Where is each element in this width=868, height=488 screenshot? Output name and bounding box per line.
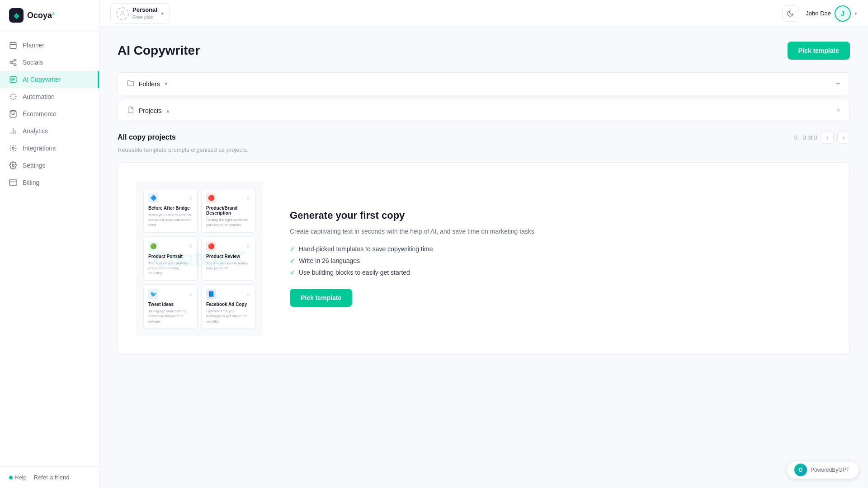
dark-mode-toggle[interactable]	[782, 5, 798, 22]
page-header: AI Copywriter Pick template	[118, 42, 850, 60]
folders-label: Folders	[139, 80, 160, 88]
workspace-chevron-icon: ▾	[161, 10, 164, 17]
empty-state-title: Generate your first copy	[290, 210, 831, 221]
sidebar-item-planner[interactable]: Planner	[0, 37, 99, 54]
svg-point-21	[122, 11, 124, 13]
pick-template-main-button[interactable]: Pick template	[290, 289, 352, 307]
preview-icon-1: 🔴	[206, 193, 216, 203]
preview-grid: 🔷 ☆ Before After Bridge When you need to…	[143, 188, 255, 329]
projects-row-left: Projects ▴	[127, 106, 170, 115]
analytics-icon	[9, 127, 17, 135]
folder-icon	[127, 80, 134, 89]
planner-icon	[9, 41, 17, 49]
sidebar-item-settings[interactable]: Settings	[0, 157, 99, 174]
chat-widget-label: PoweredByGPT	[811, 467, 849, 473]
projects-subtitle: Reusable template prompts organised as p…	[118, 146, 850, 153]
svg-rect-19	[9, 180, 17, 185]
preview-text-4: To engage your existing marketing follow…	[148, 309, 193, 324]
preview-title-2: Product Portrait	[148, 254, 193, 259]
automation-label: Automation	[23, 93, 55, 100]
preview-title-1: Product/Brand Description	[206, 206, 250, 216]
projects-section-title: All copy projects	[118, 133, 176, 141]
sidebar-item-ai-copywriter[interactable]: AI Copywriter	[0, 71, 99, 88]
help-button[interactable]: Help	[9, 474, 27, 481]
folders-add-icon[interactable]: +	[835, 79, 840, 89]
page-title: AI Copywriter	[118, 43, 200, 58]
preview-icon-5: 📘	[206, 289, 216, 299]
refer-button[interactable]: Refer a friend	[34, 474, 70, 481]
copywriter-label: AI Copywriter	[23, 76, 61, 83]
billing-icon	[9, 178, 17, 187]
chat-widget[interactable]: O PoweredByGPT	[787, 461, 859, 479]
settings-label: Settings	[23, 162, 46, 169]
folders-chevron-icon: ▾	[165, 80, 168, 87]
check-icon-1: ✓	[290, 257, 295, 264]
check-icon-0: ✓	[290, 245, 295, 253]
preview-card-5: 📘 ☆ Facebook Ad Copy Optimised for your …	[201, 284, 255, 329]
empty-state-card: ChatGPT 🔷 ☆ Before After Bridge When you…	[118, 162, 850, 355]
sidebar-item-socials[interactable]: Socials	[0, 54, 99, 71]
integrations-icon	[9, 144, 17, 152]
topbar: Personal Free plan ▾ John Doe J ▾	[99, 0, 868, 27]
svg-rect-0	[10, 42, 16, 49]
planner-label: Planner	[23, 42, 44, 49]
preview-icon-4: 🐦	[148, 289, 158, 299]
svg-line-7	[12, 63, 14, 64]
logo-icon: ◈	[9, 8, 24, 23]
pagination: 0 - 0 of 0 ‹ ›	[794, 131, 850, 144]
preview-title-4: Tweet Ideas	[148, 302, 193, 307]
sidebar-item-analytics[interactable]: Analytics	[0, 122, 99, 140]
svg-point-6	[14, 64, 16, 66]
projects-icon	[127, 106, 134, 115]
pagination-prev-button[interactable]: ‹	[821, 131, 834, 144]
check-icon-2: ✓	[290, 269, 295, 276]
socials-icon	[9, 58, 17, 66]
projects-header: All copy projects 0 - 0 of 0 ‹ ›	[118, 131, 850, 144]
empty-state-desc: Create captivating text in seconds with …	[290, 227, 831, 236]
integrations-label: Integrations	[23, 145, 56, 152]
chat-widget-icon: O	[794, 464, 807, 476]
feature-item-2: ✓ Use building blocks to easily get star…	[290, 269, 831, 276]
empty-state-content: Generate your first copy Create captivat…	[290, 210, 831, 307]
help-dot	[9, 476, 13, 479]
sidebar-nav: Planner Socials AI Copywriter Automation…	[0, 31, 99, 466]
svg-point-4	[14, 59, 16, 61]
folders-row[interactable]: Folders ▾ +	[118, 72, 850, 95]
preview-title-3: Product Review	[206, 254, 250, 259]
pagination-next-button[interactable]: ›	[837, 131, 850, 144]
user-avatar: J	[835, 5, 851, 22]
projects-row[interactable]: Projects ▴ +	[118, 99, 850, 122]
preview-title-0: Before After Bridge	[148, 206, 193, 211]
preview-icon-3: 🔴	[206, 241, 216, 251]
sidebar-item-automation[interactable]: Automation	[0, 88, 99, 105]
preview-icon-0: 🔷	[148, 193, 158, 203]
main-area: Personal Free plan ▾ John Doe J ▾ AI Cop…	[99, 0, 868, 488]
projects-add-icon[interactable]: +	[835, 106, 840, 115]
preview-text-0: When you need to connect the dots in you…	[148, 212, 193, 228]
folders-row-left: Folders ▾	[127, 80, 168, 89]
automation-icon	[9, 93, 17, 101]
svg-point-5	[10, 61, 12, 64]
preview-text-1: Finding the right words for your brand o…	[206, 217, 250, 227]
preview-star-0: ☆	[189, 196, 193, 201]
workspace-selector[interactable]: Personal Free plan ▾	[110, 3, 170, 23]
user-chevron-icon: ▾	[854, 10, 857, 17]
user-area[interactable]: John Doe J ▾	[806, 5, 857, 22]
preview-star-1: ☆	[246, 196, 250, 201]
preview-title-5: Facebook Ad Copy	[206, 302, 250, 307]
copywriter-icon	[9, 75, 17, 84]
preview-card-3: 🔴 ☆ Product Review The enables you to re…	[201, 236, 255, 281]
sidebar-item-billing[interactable]: Billing	[0, 174, 99, 191]
projects-chevron-icon: ▴	[166, 107, 170, 114]
logo-area: ◈ Ocoya®	[0, 0, 99, 31]
sidebar-item-ecommerce[interactable]: Ecommerce	[0, 105, 99, 122]
logo-text: Ocoya®	[27, 11, 55, 20]
sidebar-item-integrations[interactable]: Integrations	[0, 140, 99, 157]
preview-text-5: Optimised for your webpage to get maximu…	[206, 309, 250, 324]
billing-label: Billing	[23, 179, 39, 186]
preview-text-3: The enables you to review your products.	[206, 261, 250, 271]
preview-icon-2: 🟢	[148, 241, 158, 251]
preview-card-1: 🔴 ☆ Product/Brand Description Finding th…	[201, 188, 255, 233]
pick-template-header-button[interactable]: Pick template	[788, 42, 850, 60]
ecommerce-label: Ecommerce	[23, 110, 57, 117]
